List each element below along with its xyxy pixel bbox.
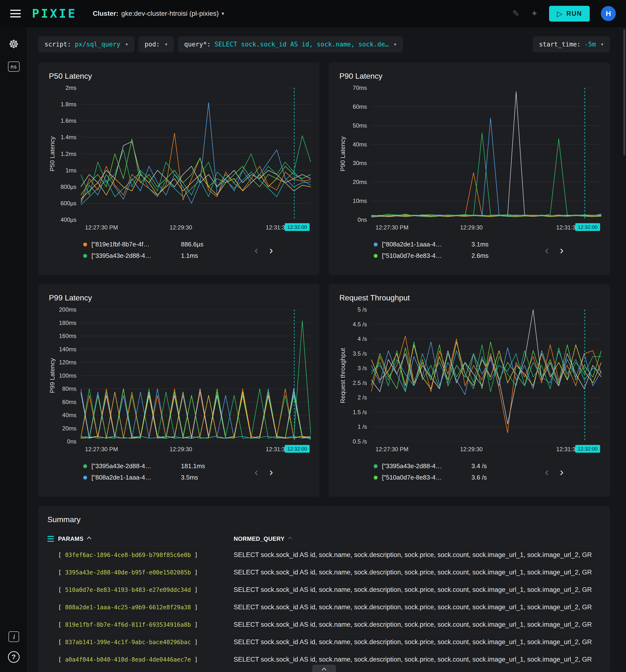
plot-area[interactable] bbox=[371, 88, 601, 220]
query-select[interactable]: query*: SELECT sock.sock_id AS id, sock.… bbox=[178, 36, 403, 52]
p50-latency-panel: P50 Latency P50 Latency 2ms1.8ms1.6ms1.4… bbox=[38, 63, 320, 275]
y-tick-label: 20ms bbox=[62, 425, 76, 432]
chart-legend: ["819e1fbf-8b7e-4f… 886.6µs ["3395a43e-2… bbox=[83, 239, 311, 261]
request-throughput-panel: Request Throughput Request throughput 5 … bbox=[329, 284, 610, 497]
chart-title: P90 Latency bbox=[340, 72, 601, 80]
pod-select[interactable]: pod: ▾ bbox=[139, 36, 174, 52]
legend-item[interactable]: ["819e1fbf-8b7e-4f… 886.6µs bbox=[83, 239, 311, 250]
table-row[interactable]: [ 03fef6ac-1896-4ce8-bd69-b798f85c6e0b ]… bbox=[38, 546, 610, 564]
chart-area: Request throughput 5 /s4.5 /s4 /s3.5 /s3… bbox=[337, 310, 601, 455]
table-row[interactable]: [ 510a0d7e-8e83-4193-b483-e27e09ddc34d ]… bbox=[38, 581, 610, 599]
script-select[interactable]: script: px/sql_query ▾ bbox=[38, 36, 134, 52]
legend-item[interactable]: ["808a2de1-1aaa-4… 3.5ms bbox=[83, 472, 311, 483]
plot-area[interactable] bbox=[81, 88, 311, 220]
param-cell[interactable]: [ 808a2de1-1aaa-4c25-a9b9-6612e8f29a38 ] bbox=[58, 604, 234, 611]
y-tick-label: 1.5 /s bbox=[353, 409, 367, 416]
legend-next-button[interactable]: › bbox=[558, 466, 565, 477]
param-cell[interactable]: [ 3395a43e-2d88-40de-b95f-e00e1502085b ] bbox=[58, 569, 234, 576]
legend-item[interactable]: ["808a2de1-1aaa-4… 3.1ms bbox=[374, 239, 601, 250]
top-bar: PIXIE Cluster: gke:dev-cluster-htroisi (… bbox=[0, 0, 626, 27]
plot-area[interactable] bbox=[371, 310, 601, 441]
table-row[interactable]: [ 837ab141-399e-4c1f-9abc-bace40296bac ]… bbox=[38, 633, 610, 651]
param-uuid: 3395a43e-2d88-40de-b95f-e00e1502085b bbox=[65, 569, 191, 576]
sort-icon bbox=[288, 536, 293, 541]
chevron-up-icon bbox=[322, 668, 327, 672]
column-header-params[interactable]: PARAMS bbox=[58, 535, 234, 542]
edit-icon[interactable]: ✎ bbox=[512, 8, 520, 19]
table-row[interactable]: [ 808a2de1-1aaa-4c25-a9b9-6612e8f29a38 ]… bbox=[38, 599, 610, 616]
param-cell[interactable]: [ 510a0d7e-8e83-4193-b483-e27e09ddc34d ] bbox=[58, 586, 234, 593]
param-cell[interactable]: [ 03fef6ac-1896-4ce8-bd69-b798f85c6e0b ] bbox=[58, 552, 234, 558]
y-axis-ticks: 2ms1.8ms1.6ms1.4ms1.2ms1ms800µs600µs400µ… bbox=[57, 88, 81, 220]
series-color-dot bbox=[83, 464, 87, 468]
x-tick-label: 12:27:30 PM bbox=[85, 446, 118, 453]
legend-item[interactable]: ["3395a43e-2d88-4… 1.1ms bbox=[83, 250, 311, 261]
start-time-select[interactable]: start_time: -5m ▾ bbox=[533, 36, 610, 52]
series-value: 3.5ms bbox=[181, 474, 198, 481]
series-label: ["808a2de1-1aaa-4… bbox=[382, 241, 469, 248]
y-axis-title: P99 Latency bbox=[47, 310, 57, 441]
plot-area[interactable] bbox=[81, 310, 311, 441]
cluster-selector[interactable]: Cluster: gke:dev-cluster-htroisi (pl-pix… bbox=[93, 10, 224, 18]
column-header-normed-query[interactable]: NORMED_QUERY bbox=[234, 535, 601, 542]
table-menu-icon[interactable] bbox=[47, 536, 54, 542]
start-time-value: -5m bbox=[584, 41, 596, 48]
chart-legend: ["3395a43e-2d88-4… 3.4 /s ["510a0d7e-8e8… bbox=[374, 460, 601, 483]
x-axis-ticks: 12:31:30 P12:29:3012:27:30 PM 12:32:00 bbox=[371, 220, 601, 233]
p90-latency-panel: P90 Latency P90 Latency 70ms60ms50ms40ms… bbox=[329, 63, 610, 275]
table-row[interactable]: [ 3395a43e-2d88-40de-b95f-e00e1502085b ]… bbox=[38, 564, 610, 581]
kubernetes-icon[interactable]: ☸ bbox=[8, 37, 19, 51]
chart-title: P50 Latency bbox=[49, 72, 311, 80]
series-value: 2.6ms bbox=[471, 252, 489, 260]
run-button[interactable]: ▷ RUN bbox=[549, 6, 590, 22]
y-axis-title: Request throughput bbox=[337, 310, 348, 441]
y-tick-label: 20ms bbox=[353, 179, 367, 186]
legend-next-button[interactable]: › bbox=[558, 244, 565, 256]
y-tick-label: 4 /s bbox=[357, 336, 367, 342]
expand-table-button[interactable] bbox=[312, 665, 336, 672]
series-line bbox=[81, 389, 311, 438]
series-value: 3.4 /s bbox=[471, 462, 487, 470]
legend-item[interactable]: ["3395a43e-2d88-4… 181.1ms bbox=[83, 460, 311, 472]
normed-query-cell: SELECT sock.sock_id AS id, sock.name, so… bbox=[234, 586, 601, 594]
legend-item[interactable]: ["510a0d7e-8e83-4… 3.6 /s bbox=[374, 472, 601, 483]
legend-item[interactable]: ["3395a43e-2d88-4… 3.4 /s bbox=[374, 460, 601, 472]
series-value: 1.1ms bbox=[181, 252, 198, 260]
column-label: NORMED_QUERY bbox=[234, 535, 284, 542]
chevron-down-icon: ▾ bbox=[394, 41, 397, 47]
legend-next-button[interactable]: › bbox=[267, 466, 275, 477]
script-label: script: bbox=[45, 41, 71, 48]
scrollbar-thumb[interactable] bbox=[623, 29, 625, 155]
legend-item[interactable]: ["510a0d7e-8e83-4… 2.6ms bbox=[374, 250, 601, 261]
y-tick-label: 100ms bbox=[59, 372, 76, 379]
param-cell[interactable]: [ a0a4f044-b040-410d-8ead-4de0446aec7e ] bbox=[58, 656, 234, 663]
sparkle-icon[interactable]: ✦ bbox=[531, 8, 538, 19]
chart-legend: ["3395a43e-2d88-4… 181.1ms ["808a2de1-1a… bbox=[83, 460, 311, 483]
series-color-dot bbox=[83, 254, 87, 258]
info-icon[interactable]: i bbox=[8, 631, 19, 642]
avatar[interactable]: H bbox=[601, 6, 616, 21]
namespace-icon[interactable]: ns bbox=[8, 62, 20, 72]
x-tick-label: 12:27:30 PM bbox=[376, 446, 408, 453]
param-cell[interactable]: [ 837ab141-399e-4c1f-9abc-bace40296bac ] bbox=[58, 639, 234, 646]
table-row[interactable]: [ 819e1fbf-8b7e-4f6d-811f-693534916a8b ]… bbox=[38, 616, 610, 633]
legend-prev-button[interactable]: ‹ bbox=[543, 244, 551, 256]
y-axis-title: P90 Latency bbox=[337, 88, 348, 220]
help-icon[interactable]: ? bbox=[8, 651, 20, 663]
legend-prev-button[interactable]: ‹ bbox=[253, 466, 260, 477]
legend-next-button[interactable]: › bbox=[267, 244, 275, 256]
y-tick-label: 2.5 /s bbox=[353, 380, 367, 386]
series-label: ["808a2de1-1aaa-4… bbox=[92, 474, 178, 481]
y-tick-label: 70ms bbox=[353, 85, 367, 91]
legend-prev-button[interactable]: ‹ bbox=[253, 244, 260, 256]
chevron-down-icon: ▾ bbox=[601, 41, 604, 47]
normed-query-cell: SELECT sock.sock_id AS id, sock.name, so… bbox=[234, 569, 601, 576]
x-tick-label: 12:27:30 PM bbox=[85, 224, 118, 231]
param-cell[interactable]: [ 819e1fbf-8b7e-4f6d-811f-693534916a8b ] bbox=[58, 621, 234, 628]
legend-prev-button[interactable]: ‹ bbox=[543, 466, 551, 477]
x-tick-label: 12:29:30 bbox=[170, 446, 192, 453]
current-time-badge: 12:32:00 bbox=[575, 445, 600, 453]
y-tick-label: 80ms bbox=[62, 385, 76, 392]
series-value: 3.1ms bbox=[471, 241, 489, 248]
hamburger-menu-icon[interactable] bbox=[10, 10, 21, 18]
